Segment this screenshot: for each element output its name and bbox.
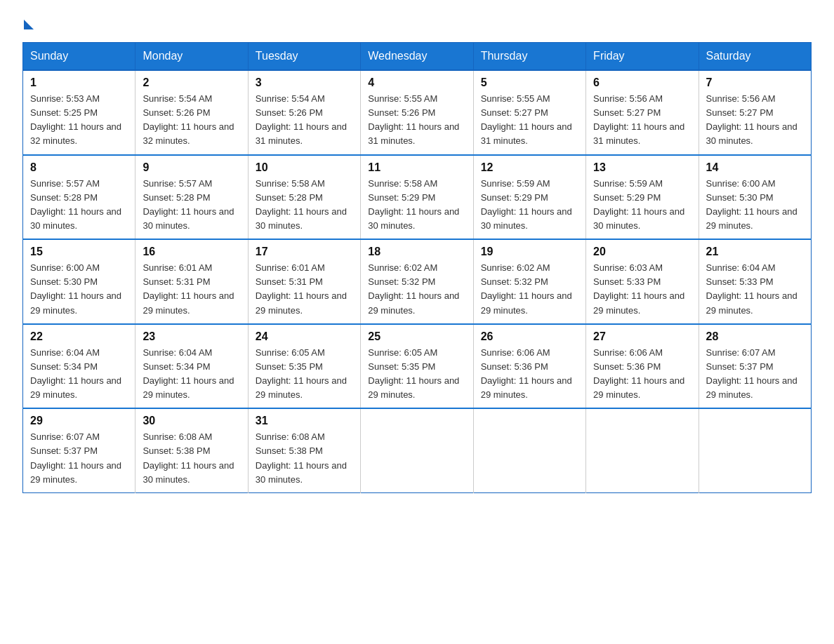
page-header <box>22 17 812 29</box>
day-info: Sunrise: 6:08 AMSunset: 5:38 PMDaylight:… <box>143 430 240 487</box>
calendar-cell: 13Sunrise: 5:59 AMSunset: 5:29 PMDayligh… <box>586 155 699 240</box>
day-info: Sunrise: 5:53 AMSunset: 5:25 PMDaylight:… <box>30 92 128 149</box>
day-info: Sunrise: 6:05 AMSunset: 5:35 PMDaylight:… <box>256 346 353 403</box>
calendar-cell: 18Sunrise: 6:02 AMSunset: 5:32 PMDayligh… <box>361 239 473 324</box>
day-number: 15 <box>30 246 128 258</box>
header-tuesday: Tuesday <box>248 43 360 71</box>
calendar-cell: 23Sunrise: 6:04 AMSunset: 5:34 PMDayligh… <box>135 324 248 409</box>
day-number: 19 <box>481 246 578 258</box>
day-number: 20 <box>593 246 691 258</box>
calendar-cell: 26Sunrise: 6:06 AMSunset: 5:36 PMDayligh… <box>473 324 585 409</box>
day-number: 8 <box>30 161 128 174</box>
day-info: Sunrise: 6:04 AMSunset: 5:34 PMDaylight:… <box>30 346 128 403</box>
calendar-cell: 16Sunrise: 6:01 AMSunset: 5:31 PMDayligh… <box>135 239 248 324</box>
calendar-week-row: 8Sunrise: 5:57 AMSunset: 5:28 PMDaylight… <box>23 155 812 240</box>
day-number: 16 <box>143 246 240 258</box>
day-number: 17 <box>256 246 353 258</box>
day-info: Sunrise: 6:08 AMSunset: 5:38 PMDaylight:… <box>256 430 353 487</box>
calendar-cell: 25Sunrise: 6:05 AMSunset: 5:35 PMDayligh… <box>361 324 473 409</box>
calendar-cell: 10Sunrise: 5:58 AMSunset: 5:28 PMDayligh… <box>248 155 360 240</box>
logo <box>22 17 34 29</box>
header-wednesday: Wednesday <box>361 43 473 71</box>
day-number: 25 <box>368 330 465 343</box>
calendar-cell <box>473 408 585 492</box>
day-info: Sunrise: 5:57 AMSunset: 5:28 PMDaylight:… <box>143 177 240 234</box>
day-info: Sunrise: 6:07 AMSunset: 5:37 PMDaylight:… <box>30 430 128 487</box>
day-info: Sunrise: 5:55 AMSunset: 5:26 PMDaylight:… <box>368 92 465 149</box>
calendar-cell <box>361 408 473 492</box>
day-number: 24 <box>256 330 353 343</box>
day-number: 7 <box>706 76 804 89</box>
day-number: 18 <box>368 246 465 258</box>
calendar-cell: 22Sunrise: 6:04 AMSunset: 5:34 PMDayligh… <box>23 324 135 409</box>
day-number: 3 <box>256 76 353 89</box>
day-info: Sunrise: 5:56 AMSunset: 5:27 PMDaylight:… <box>706 92 804 149</box>
day-info: Sunrise: 5:59 AMSunset: 5:29 PMDaylight:… <box>593 177 691 234</box>
header-monday: Monday <box>135 43 248 71</box>
day-info: Sunrise: 6:00 AMSunset: 5:30 PMDaylight:… <box>30 261 128 318</box>
calendar-cell: 28Sunrise: 6:07 AMSunset: 5:37 PMDayligh… <box>699 324 811 409</box>
calendar-cell: 4Sunrise: 5:55 AMSunset: 5:26 PMDaylight… <box>361 70 473 155</box>
calendar-cell: 2Sunrise: 5:54 AMSunset: 5:26 PMDaylight… <box>135 70 248 155</box>
day-number: 4 <box>368 76 465 89</box>
day-info: Sunrise: 5:54 AMSunset: 5:26 PMDaylight:… <box>143 92 240 149</box>
day-number: 23 <box>143 330 240 343</box>
day-info: Sunrise: 6:06 AMSunset: 5:36 PMDaylight:… <box>481 346 578 403</box>
day-info: Sunrise: 6:01 AMSunset: 5:31 PMDaylight:… <box>256 261 353 318</box>
day-info: Sunrise: 5:55 AMSunset: 5:27 PMDaylight:… <box>481 92 578 149</box>
day-info: Sunrise: 6:01 AMSunset: 5:31 PMDaylight:… <box>143 261 240 318</box>
day-number: 1 <box>30 76 128 89</box>
day-info: Sunrise: 6:07 AMSunset: 5:37 PMDaylight:… <box>706 346 804 403</box>
calendar-header-row: SundayMondayTuesdayWednesdayThursdayFrid… <box>23 43 812 71</box>
day-info: Sunrise: 6:04 AMSunset: 5:33 PMDaylight:… <box>706 261 804 318</box>
calendar-week-row: 1Sunrise: 5:53 AMSunset: 5:25 PMDaylight… <box>23 70 812 155</box>
calendar-cell: 24Sunrise: 6:05 AMSunset: 5:35 PMDayligh… <box>248 324 360 409</box>
day-info: Sunrise: 6:00 AMSunset: 5:30 PMDaylight:… <box>706 177 804 234</box>
calendar-cell <box>586 408 699 492</box>
calendar-cell: 30Sunrise: 6:08 AMSunset: 5:38 PMDayligh… <box>135 408 248 492</box>
day-info: Sunrise: 5:56 AMSunset: 5:27 PMDaylight:… <box>593 92 691 149</box>
day-info: Sunrise: 6:02 AMSunset: 5:32 PMDaylight:… <box>481 261 578 318</box>
calendar-cell: 29Sunrise: 6:07 AMSunset: 5:37 PMDayligh… <box>23 408 135 492</box>
day-number: 30 <box>143 415 240 427</box>
day-number: 10 <box>256 161 353 174</box>
calendar-week-row: 22Sunrise: 6:04 AMSunset: 5:34 PMDayligh… <box>23 324 812 409</box>
day-info: Sunrise: 6:06 AMSunset: 5:36 PMDaylight:… <box>593 346 691 403</box>
day-info: Sunrise: 5:58 AMSunset: 5:28 PMDaylight:… <box>256 177 353 234</box>
calendar-cell: 7Sunrise: 5:56 AMSunset: 5:27 PMDaylight… <box>699 70 811 155</box>
day-number: 21 <box>706 246 804 258</box>
calendar-cell: 3Sunrise: 5:54 AMSunset: 5:26 PMDaylight… <box>248 70 360 155</box>
calendar-cell <box>699 408 811 492</box>
calendar-cell: 1Sunrise: 5:53 AMSunset: 5:25 PMDaylight… <box>23 70 135 155</box>
logo-triangle-icon <box>24 20 34 29</box>
calendar-cell: 5Sunrise: 5:55 AMSunset: 5:27 PMDaylight… <box>473 70 585 155</box>
day-number: 29 <box>30 415 128 427</box>
day-number: 14 <box>706 161 804 174</box>
day-number: 26 <box>481 330 578 343</box>
day-number: 6 <box>593 76 691 89</box>
day-info: Sunrise: 5:54 AMSunset: 5:26 PMDaylight:… <box>256 92 353 149</box>
calendar-cell: 20Sunrise: 6:03 AMSunset: 5:33 PMDayligh… <box>586 239 699 324</box>
day-number: 27 <box>593 330 691 343</box>
calendar-cell: 14Sunrise: 6:00 AMSunset: 5:30 PMDayligh… <box>699 155 811 240</box>
day-number: 5 <box>481 76 578 89</box>
calendar-week-row: 29Sunrise: 6:07 AMSunset: 5:37 PMDayligh… <box>23 408 812 492</box>
calendar-cell: 21Sunrise: 6:04 AMSunset: 5:33 PMDayligh… <box>699 239 811 324</box>
calendar-cell: 17Sunrise: 6:01 AMSunset: 5:31 PMDayligh… <box>248 239 360 324</box>
day-info: Sunrise: 5:59 AMSunset: 5:29 PMDaylight:… <box>481 177 578 234</box>
calendar-cell: 9Sunrise: 5:57 AMSunset: 5:28 PMDaylight… <box>135 155 248 240</box>
day-info: Sunrise: 5:57 AMSunset: 5:28 PMDaylight:… <box>30 177 128 234</box>
day-info: Sunrise: 6:02 AMSunset: 5:32 PMDaylight:… <box>368 261 465 318</box>
day-number: 12 <box>481 161 578 174</box>
day-info: Sunrise: 6:03 AMSunset: 5:33 PMDaylight:… <box>593 261 691 318</box>
day-number: 22 <box>30 330 128 343</box>
calendar-cell: 31Sunrise: 6:08 AMSunset: 5:38 PMDayligh… <box>248 408 360 492</box>
calendar-week-row: 15Sunrise: 6:00 AMSunset: 5:30 PMDayligh… <box>23 239 812 324</box>
day-number: 13 <box>593 161 691 174</box>
day-number: 28 <box>706 330 804 343</box>
calendar-cell: 11Sunrise: 5:58 AMSunset: 5:29 PMDayligh… <box>361 155 473 240</box>
calendar-table: SundayMondayTuesdayWednesdayThursdayFrid… <box>22 42 812 493</box>
header-saturday: Saturday <box>699 43 811 71</box>
day-number: 2 <box>143 76 240 89</box>
header-thursday: Thursday <box>473 43 585 71</box>
